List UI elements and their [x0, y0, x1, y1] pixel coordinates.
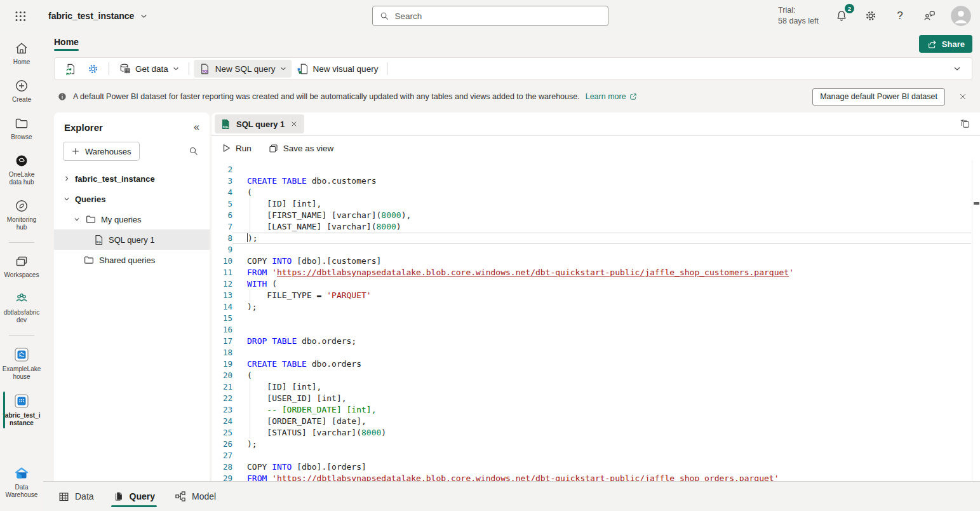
- save-as-view-button[interactable]: Save as view: [268, 143, 334, 154]
- share-button[interactable]: Share: [919, 35, 972, 53]
- code-line-4[interactable]: 4 (: [211, 187, 980, 198]
- code-line-7[interactable]: 7 [LAST_NAME] [varchar](8000): [211, 221, 980, 233]
- rail-item-label: ExampleLakehouse: [2, 365, 41, 381]
- rail-item-data-warehouse[interactable]: Data Warehouse: [0, 462, 43, 501]
- notification-badge: 2: [845, 4, 854, 13]
- rail-item-label: Create: [12, 96, 31, 104]
- code-line-26[interactable]: 26 );: [211, 439, 980, 450]
- code-line-14[interactable]: 14 );: [211, 301, 980, 313]
- ribbon-divider: [387, 62, 387, 75]
- code-line-28[interactable]: 28 COPY INTO [dbo].[orders]: [211, 461, 980, 473]
- tree-item-shared-queries[interactable]: Shared queries: [54, 250, 210, 270]
- workspace-name: fabric_test_instance: [48, 11, 134, 21]
- search-icon: [379, 11, 390, 22]
- rail-item-workspaces[interactable]: Workspaces: [0, 251, 43, 282]
- gear-blue-icon: [86, 62, 100, 76]
- refresh-dataset-button[interactable]: [60, 60, 82, 78]
- folder-icon: [85, 214, 97, 225]
- rail-item-fabric-test-instance[interactable]: fabric_test_instance: [0, 390, 43, 430]
- ribbon-row: Get data SQL New SQL query New visual qu…: [43, 56, 980, 85]
- ribbon-divider: [109, 62, 109, 75]
- trial-status: Trial: 58 days left: [778, 5, 819, 27]
- code-line-12[interactable]: 12 WITH (: [211, 278, 980, 290]
- code-line-11[interactable]: 11 FROM 'https://dbtlabsynapsedatalake.b…: [211, 267, 980, 278]
- tree-item-fabric-test-instance[interactable]: fabric_test_instance: [54, 168, 210, 189]
- ribbon-collapse-button[interactable]: [948, 64, 967, 73]
- code-text: [232, 313, 971, 324]
- ribbon-settings-button[interactable]: [82, 60, 104, 78]
- code-line-24[interactable]: 24 [ORDER_DATE] [date],: [211, 416, 980, 427]
- save-as-view-label: Save as view: [283, 144, 334, 153]
- code-line-8[interactable]: 8 );: [211, 233, 980, 244]
- app-launcher-button[interactable]: [0, 11, 43, 22]
- code-line-20[interactable]: 20 (: [211, 370, 980, 381]
- view-tab-query[interactable]: Query: [113, 482, 155, 511]
- view-tab-data[interactable]: Data: [58, 482, 94, 511]
- settings-button[interactable]: [863, 8, 878, 24]
- account-avatar[interactable]: [951, 6, 971, 26]
- code-line-29[interactable]: 29 FROM 'https://dbtlabsynapsedatalake.b…: [211, 473, 980, 481]
- code-line-23[interactable]: 23 -- [ORDER_DATE] [int],: [211, 404, 980, 416]
- save-as-view-icon: [268, 143, 279, 154]
- editor-scrollbar[interactable]: [972, 160, 980, 481]
- code-line-25[interactable]: 25 [STATUS] [varchar](8000): [211, 427, 980, 439]
- code-line-16[interactable]: 16: [211, 324, 980, 336]
- code-line-3[interactable]: 3 CREATE TABLE dbo.customers: [211, 175, 980, 187]
- get-data-button[interactable]: Get data: [114, 60, 184, 78]
- new-sql-query-button[interactable]: SQL New SQL query: [194, 60, 292, 78]
- line-number: 22: [211, 393, 232, 404]
- sql-code-editor[interactable]: 2 3 CREATE TABLE dbo.customers 4 ( 5 [ID…: [211, 160, 980, 481]
- tab-sql-query-1[interactable]: SQL SQL query 1: [215, 114, 304, 133]
- collapse-panel-button[interactable]: «: [194, 121, 199, 133]
- add-warehouses-button[interactable]: Warehouses: [63, 142, 140, 161]
- tree-item-my-queries[interactable]: My queries: [54, 209, 210, 229]
- code-line-13[interactable]: 13 FILE_TYPE = 'PARQUET': [211, 290, 980, 301]
- view-tab-model[interactable]: Model: [174, 482, 216, 511]
- tree-item-queries[interactable]: Queries: [54, 189, 210, 209]
- external-link-icon: [629, 92, 638, 101]
- code-line-10[interactable]: 10 COPY INTO [dbo].[customers]: [211, 256, 980, 267]
- code-line-6[interactable]: 6 [FIRST_NAME] [varchar](8000),: [211, 210, 980, 221]
- code-line-18[interactable]: 18: [211, 347, 980, 358]
- run-button[interactable]: Run: [221, 143, 252, 153]
- learn-more-link[interactable]: Learn more: [586, 92, 638, 101]
- onelake-icon: [14, 153, 29, 168]
- code-line-19[interactable]: 19 CREATE TABLE dbo.orders: [211, 358, 980, 370]
- code-line-22[interactable]: 22 [USER_ID] [int],: [211, 393, 980, 404]
- visual-query-document-icon: [296, 62, 309, 76]
- search-input[interactable]: [395, 11, 601, 21]
- copy-results-icon[interactable]: [959, 118, 971, 130]
- explorer-search-button[interactable]: [188, 146, 199, 157]
- code-line-15[interactable]: 15: [211, 313, 980, 324]
- rail-item-browse[interactable]: Browse: [0, 113, 43, 144]
- rail-item-label: dbtlabsfabricdev: [2, 309, 41, 324]
- tab-close-button[interactable]: [290, 120, 298, 128]
- rail-item-monitoring-hub[interactable]: Monitoring hub: [0, 196, 43, 234]
- chevron-right-icon: [63, 175, 70, 182]
- rail-item-onelake-data-hub[interactable]: OneLake data hub: [0, 151, 43, 189]
- home-tab-underline: [54, 49, 79, 51]
- feedback-button[interactable]: [922, 8, 937, 24]
- help-button[interactable]: ?: [892, 8, 908, 24]
- notifications-button[interactable]: 2: [834, 8, 849, 24]
- rail-item-dbtlabsfabricdev[interactable]: dbtlabsfabricdev: [0, 289, 43, 327]
- new-visual-query-button[interactable]: New visual query: [292, 60, 383, 78]
- svg-text:SQL: SQL: [202, 70, 208, 73]
- tree-item-sql-query-1[interactable]: SQLSQL query 1: [54, 229, 210, 250]
- code-line-9[interactable]: 9: [211, 244, 980, 256]
- tab-home[interactable]: Home: [54, 37, 79, 51]
- manage-default-dataset-button[interactable]: Manage default Power BI dataset: [812, 88, 945, 106]
- code-line-17[interactable]: 17 DROP TABLE dbo.orders;: [211, 336, 980, 347]
- code-line-5[interactable]: 5 [ID] [int],: [211, 198, 980, 210]
- rail-item-examplelakehouse[interactable]: ExampleLakehouse: [0, 344, 43, 383]
- banner-close-button[interactable]: [955, 88, 971, 105]
- rail-item-create[interactable]: Create: [0, 76, 43, 106]
- code-line-21[interactable]: 21 [ID] [int],: [211, 381, 980, 393]
- workspace-switcher[interactable]: fabric_test_instance: [48, 11, 148, 21]
- code-line-27[interactable]: 27: [211, 450, 980, 461]
- code-line-2[interactable]: 2: [211, 164, 980, 175]
- sql-file-icon: SQL: [220, 119, 231, 130]
- view-tab-label: Model: [192, 491, 216, 501]
- top-header: fabric_test_instance Trial: 58 days left…: [0, 0, 980, 32]
- rail-item-home[interactable]: Home: [0, 38, 43, 69]
